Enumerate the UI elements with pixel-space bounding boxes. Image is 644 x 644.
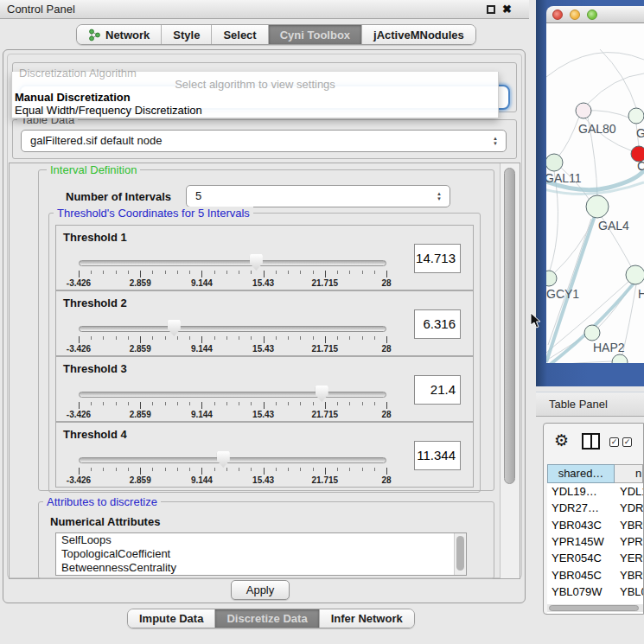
tab-discretize-data[interactable]: Discretize Data xyxy=(214,609,318,628)
attribute-item[interactable]: SelfLoops xyxy=(56,533,466,547)
tab-select-label: Select xyxy=(223,29,256,41)
cell-name[interactable]: YER0 xyxy=(615,552,643,564)
list-scrollbar[interactable] xyxy=(454,533,466,575)
slider-ticks xyxy=(79,336,386,344)
vertical-scrollbar[interactable] xyxy=(500,163,520,578)
slider-axis-labels: -3.4262.8599.14415.4321.71528 xyxy=(56,475,473,486)
threshold-1-slider-thumb[interactable] xyxy=(250,254,263,271)
node-h[interactable] xyxy=(626,265,644,284)
threshold-1-value-field[interactable]: 14.713 xyxy=(414,244,461,273)
cell-name[interactable]: YBL0 xyxy=(615,585,643,598)
axis-tick-label: 15.43 xyxy=(252,475,274,485)
cell-shared-name[interactable]: YDL19… xyxy=(547,485,615,498)
table-row[interactable]: YBR045CYBR0 xyxy=(547,566,643,583)
numerical-attributes-list[interactable]: SelfLoopsTopologicalCoefficientBetweenne… xyxy=(55,532,467,576)
axis-tick-label: 28 xyxy=(381,475,391,485)
node-hap2[interactable] xyxy=(584,325,600,341)
tab-impute-data[interactable]: Impute Data xyxy=(128,609,214,628)
close-icon[interactable]: ✖ xyxy=(502,2,512,17)
threshold-2-slider-thumb[interactable] xyxy=(168,320,181,336)
list-scrollbar-thumb[interactable] xyxy=(456,536,464,571)
node-label: GAL80 xyxy=(578,122,616,136)
column-header-name[interactable]: n xyxy=(615,464,643,483)
tab-jactivemnodules[interactable]: jActiveMNodules xyxy=(361,25,475,44)
vertical-scrollbar-thumb[interactable] xyxy=(504,168,515,484)
checkbox-icon[interactable]: ✓ xyxy=(622,437,632,447)
threshold-2-value-field[interactable]: 6.316 xyxy=(414,309,461,339)
apply-button[interactable]: Apply xyxy=(231,580,290,600)
option-manual-discretization[interactable]: Manual Discretization xyxy=(15,91,131,104)
threshold-4-value-field[interactable]: 11.344 xyxy=(414,441,461,470)
split-columns-icon[interactable] xyxy=(582,433,600,450)
network-canvas[interactable]: GAL80 G C GAL11 GAL4 GCY1 H HAP2 xyxy=(546,23,644,363)
control-panel-titlebar[interactable]: Control Panel ✖ xyxy=(0,0,529,19)
option-equal-width-frequency[interactable]: Equal Width/Frequency Discretization xyxy=(15,104,202,117)
network-window-titlebar[interactable] xyxy=(546,6,644,23)
threshold-4-panel: Threshold 4 -3.4262.8599.14415.4321.7152… xyxy=(55,422,474,488)
cell-name[interactable]: YDL1 xyxy=(615,485,643,498)
axis-tick-label: 9.144 xyxy=(191,410,213,419)
tab-select[interactable]: Select xyxy=(211,25,267,44)
tab-discretize-data-label: Discretize Data xyxy=(226,612,307,625)
gear-icon[interactable]: ⚙ xyxy=(554,430,569,450)
node-gal80[interactable] xyxy=(576,103,591,118)
table-panel-titlebar[interactable]: Table Panel xyxy=(536,392,644,417)
axis-tick-label: 21.715 xyxy=(312,410,339,419)
number-of-intervals-combobox[interactable]: 5 ▲▼ xyxy=(186,185,450,207)
tab-cyni-toolbox[interactable]: Cyni Toolbox xyxy=(268,25,361,44)
checkbox-icon[interactable]: ✓ xyxy=(609,437,619,447)
mac-minimize-icon[interactable] xyxy=(570,10,580,20)
threshold-4-slider[interactable] xyxy=(79,457,386,463)
tab-network-label: Network xyxy=(105,29,150,41)
table-row[interactable]: YBR043CYBR0 xyxy=(547,517,643,533)
threshold-3-slider[interactable] xyxy=(79,392,386,398)
cell-shared-name[interactable]: YPR145W xyxy=(547,535,615,548)
table-row[interactable]: YER054CYER0 xyxy=(547,550,643,566)
column-header-shared-name[interactable]: shared… xyxy=(547,464,615,483)
threshold-2-slider[interactable] xyxy=(79,326,386,332)
node-gal11[interactable] xyxy=(546,154,563,171)
tab-network[interactable]: Network xyxy=(77,25,161,44)
node-bottom[interactable] xyxy=(612,354,628,363)
mac-close-icon[interactable] xyxy=(552,10,563,20)
attribute-item[interactable]: TopologicalCoefficient xyxy=(56,547,466,561)
top-tab-strip: Network Style Select Cyni Toolbox jActiv… xyxy=(76,24,476,45)
table-row[interactable]: YPR145WYPR1 xyxy=(547,533,643,550)
cell-shared-name[interactable]: YER054C xyxy=(547,552,615,564)
thresholds-group-title: Threshold's Coordinates for 5 Intervals xyxy=(54,207,253,220)
node-label: GCY1 xyxy=(546,287,579,301)
threshold-3-value-field[interactable]: 21.4 xyxy=(414,375,461,405)
cell-shared-name[interactable]: YDR27… xyxy=(547,501,615,514)
node-label: G xyxy=(636,126,644,140)
node-label: C xyxy=(637,159,644,173)
table-data-combobox[interactable]: galFiltered.sif default node ▲▼ xyxy=(21,130,507,152)
threshold-1-slider[interactable] xyxy=(79,260,386,266)
axis-tick-label: -3.426 xyxy=(67,344,91,354)
table-row[interactable]: YBL079WYBL0 xyxy=(547,583,643,600)
cell-shared-name[interactable]: YBR045C xyxy=(547,569,615,582)
tab-infer-network-label: Infer Network xyxy=(331,612,403,625)
axis-tick-label: 21.715 xyxy=(312,475,339,485)
cell-name[interactable]: YBR0 xyxy=(615,569,643,582)
table-row[interactable]: YDR27…YDR2 xyxy=(547,500,643,516)
node-gcy1[interactable] xyxy=(546,271,557,286)
cell-name[interactable]: YPR1 xyxy=(615,535,643,548)
cell-name[interactable]: YBR0 xyxy=(615,519,643,532)
cell-shared-name[interactable]: YBL079W xyxy=(547,585,615,598)
threshold-3-slider-thumb[interactable] xyxy=(316,386,328,402)
node-top-right[interactable] xyxy=(628,108,644,124)
attribute-item[interactable]: BetweennessCentrality xyxy=(56,561,466,575)
float-window-icon[interactable] xyxy=(487,5,495,14)
threshold-4-slider-thumb[interactable] xyxy=(217,451,230,468)
table-row[interactable]: YDL19…YDL1 xyxy=(547,483,643,500)
mac-zoom-icon[interactable] xyxy=(587,10,597,20)
combo-stepper-icon: ▲▼ xyxy=(493,136,498,146)
cell-shared-name[interactable]: YBR043C xyxy=(547,519,615,532)
cell-name[interactable]: YDR2 xyxy=(615,501,643,514)
axis-tick-label: 21.715 xyxy=(312,344,339,354)
tab-infer-network[interactable]: Infer Network xyxy=(319,609,414,628)
horizontal-scrollbar[interactable] xyxy=(547,604,643,612)
tab-style[interactable]: Style xyxy=(161,25,211,44)
horizontal-scrollbar-thumb[interactable] xyxy=(549,605,639,611)
node-gal4[interactable] xyxy=(586,195,609,218)
